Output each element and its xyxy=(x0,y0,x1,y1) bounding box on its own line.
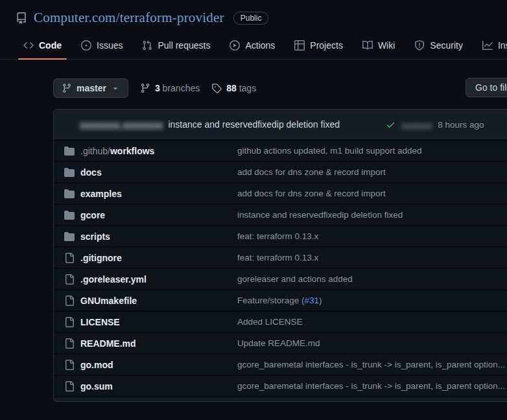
branches-count: 3 xyxy=(155,83,160,93)
tab-label: Wiki xyxy=(378,40,395,51)
file-name-link[interactable]: go.mod xyxy=(80,360,237,370)
file-name-link[interactable]: docs xyxy=(80,167,237,178)
file-commit-message-link[interactable]: add docs for dns zone & record import xyxy=(237,167,507,177)
commit-message-link[interactable]: instance and reservedfixedip deletion fi… xyxy=(168,119,340,130)
repo-nav-tabs: CodeIssuesPull requestsActionsProjectsWi… xyxy=(0,26,507,60)
security-icon xyxy=(414,40,425,51)
folder-icon xyxy=(64,210,80,220)
latest-commit-header: xxxxxxxx xxxxxxxx instance and reservedf… xyxy=(54,110,507,139)
code-icon xyxy=(23,40,34,51)
tags-count: 88 xyxy=(226,83,237,93)
file-icon xyxy=(64,338,80,349)
file-table-card: xxxxxxxx xxxxxxxx instance and reservedf… xyxy=(53,109,507,402)
tab-label: Actions xyxy=(245,40,275,51)
insights-icon xyxy=(482,40,493,51)
git-branch-icon xyxy=(62,83,72,93)
go-to-file-button[interactable]: Go to file xyxy=(466,78,507,97)
tags-link[interactable]: 88 tags xyxy=(211,83,256,93)
file-commit-message-link[interactable]: feat: terraform 0.13.x xyxy=(237,231,507,241)
file-name-link[interactable]: .gitignore xyxy=(80,253,237,263)
file-commit-message-link[interactable]: feat: terraform 0.13.x xyxy=(237,253,507,262)
tags-label: tags xyxy=(239,83,256,93)
file-commit-message-link[interactable]: gcore_baremetal interfaces - is_trunk ->… xyxy=(237,360,507,369)
file-name-link[interactable]: .github/workflows xyxy=(80,146,237,156)
file-commit-message-link[interactable]: Added LICENSE xyxy=(237,317,507,327)
table-row[interactable]: .github/workflows github actions updated… xyxy=(54,139,507,161)
table-row[interactable]: go.sum gcore_baremetal interfaces - is_t… xyxy=(54,375,507,396)
visibility-badge: Public xyxy=(233,12,269,25)
repo-header: Computer.com/terraform-provider Public xyxy=(0,0,507,26)
tab-issues[interactable]: Issues xyxy=(75,35,129,59)
wiki-icon xyxy=(362,40,373,51)
tab-pull-requests[interactable]: Pull requests xyxy=(136,35,217,59)
table-row[interactable]: go.mod gcore_baremetal interfaces - is_t… xyxy=(54,353,507,375)
commit-author-link[interactable]: xxxxxxxx xxxxxxxx xyxy=(80,119,163,130)
commit-hash-link[interactable]: xxxxxxx xyxy=(401,120,432,130)
file-commit-message-link[interactable]: Feature/storage (#31) xyxy=(237,296,507,305)
file-icon xyxy=(64,253,80,263)
file-icon xyxy=(64,317,80,327)
table-row[interactable]: GNUmakefile Feature/storage (#31) xyxy=(54,289,507,310)
table-row[interactable]: .gitignore feat: terraform 0.13.x xyxy=(54,246,507,268)
file-name-link[interactable]: README.md xyxy=(80,338,237,349)
main-content: master 3 branches 88 tags Go to file xxx… xyxy=(53,78,507,402)
file-icon xyxy=(64,360,80,370)
file-commit-message-link[interactable]: github actions updated, m1 build support… xyxy=(237,146,507,156)
branch-selector-button[interactable]: master xyxy=(53,78,128,98)
chevron-down-icon xyxy=(111,84,120,93)
file-commit-message-link[interactable]: add docs for dns zone & record import xyxy=(237,189,507,198)
tab-label: Security xyxy=(430,40,463,51)
actions-icon xyxy=(230,40,240,51)
tab-label: Issues xyxy=(97,40,123,51)
commit-time: 8 hours ago xyxy=(438,120,484,130)
table-row[interactable]: .goreleaser.yml goreleaser and actions a… xyxy=(54,268,507,289)
file-name-link[interactable]: gcore xyxy=(80,210,237,220)
issues-icon xyxy=(81,40,91,51)
pull-requests-icon xyxy=(142,40,152,51)
table-row[interactable]: scripts feat: terraform 0.13.x xyxy=(54,225,507,246)
tab-code[interactable]: Code xyxy=(17,35,68,59)
git-branch-icon xyxy=(140,83,150,93)
tab-wiki[interactable]: Wiki xyxy=(356,35,401,59)
file-icon xyxy=(64,381,80,391)
issue-number-link[interactable]: #31 xyxy=(305,296,320,305)
table-row[interactable]: README.md Update README.md xyxy=(54,332,507,353)
table-row[interactable]: gcore instance and reservedfixedip delet… xyxy=(54,204,507,225)
commit-meta: xxxxxxx 8 hours ago xyxy=(386,110,484,139)
table-row[interactable]: docs add docs for dns zone & record impo… xyxy=(54,161,507,182)
file-name-link[interactable]: examples xyxy=(80,189,237,199)
file-commit-message-link[interactable]: gcore_baremetal interfaces - is_trunk ->… xyxy=(237,381,507,391)
tag-icon xyxy=(211,83,222,93)
tab-security[interactable]: Security xyxy=(408,35,469,59)
folder-icon xyxy=(64,231,80,242)
repo-book-icon xyxy=(16,12,27,24)
tab-projects[interactable]: Projects xyxy=(288,35,349,59)
file-name-link[interactable]: LICENSE xyxy=(80,317,237,327)
branches-link[interactable]: 3 branches xyxy=(140,83,200,93)
file-icon xyxy=(64,274,80,285)
file-commit-message-link[interactable]: goreleaser and actions added xyxy=(237,274,507,284)
branch-bar: master 3 branches 88 tags Go to file xyxy=(53,78,507,99)
branches-label: branches xyxy=(163,83,200,93)
tab-label: Pull requests xyxy=(158,40,210,51)
file-name-link[interactable]: scripts xyxy=(80,231,237,242)
repo-title-link[interactable]: Computer.com/terraform-provider xyxy=(34,10,224,26)
file-name-link[interactable]: .goreleaser.yml xyxy=(80,274,237,285)
tab-actions[interactable]: Actions xyxy=(223,35,281,59)
tab-insights[interactable]: Insights xyxy=(476,35,507,59)
current-branch-label: master xyxy=(77,83,106,93)
tab-label: Code xyxy=(39,40,62,51)
folder-icon xyxy=(64,167,80,178)
tab-label: Projects xyxy=(310,40,343,51)
file-commit-message-link[interactable]: Update README.md xyxy=(237,338,507,348)
check-icon[interactable] xyxy=(386,120,395,130)
table-row[interactable]: examples add docs for dns zone & record … xyxy=(54,182,507,204)
file-name-link[interactable]: GNUmakefile xyxy=(80,296,237,306)
file-commit-message-link[interactable]: instance and reservedfixedip deletion fi… xyxy=(237,210,507,220)
table-row xyxy=(54,396,507,401)
folder-icon xyxy=(64,189,80,199)
file-table-body: .github/workflows github actions updated… xyxy=(54,139,507,396)
file-name-link[interactable]: go.sum xyxy=(80,381,237,391)
table-row[interactable]: LICENSE Added LICENSE xyxy=(54,310,507,332)
file-icon xyxy=(64,296,80,306)
